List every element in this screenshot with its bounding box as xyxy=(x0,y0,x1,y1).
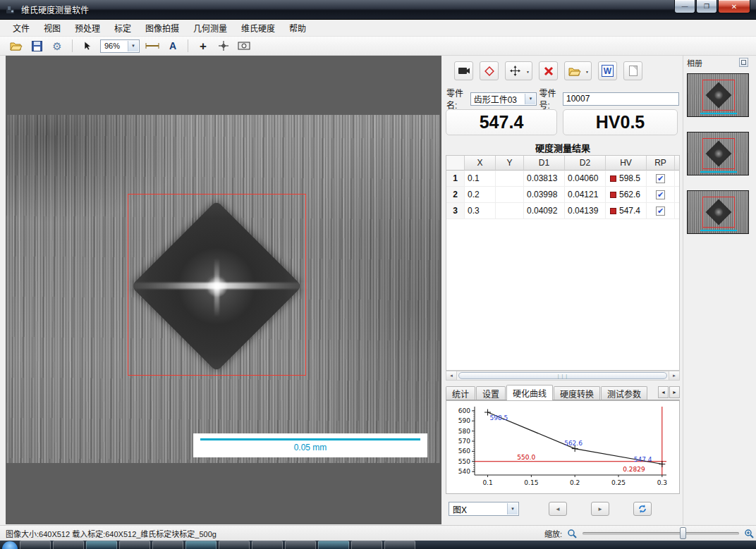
part-number-input[interactable] xyxy=(563,92,679,106)
taskbar-item[interactable] xyxy=(119,541,150,549)
table-horizontal-scrollbar[interactable] xyxy=(446,371,680,381)
add-point-tool-button[interactable]: + xyxy=(195,39,211,53)
crosshair-tool-button[interactable] xyxy=(216,39,231,53)
rp-checkbox[interactable] xyxy=(656,190,665,199)
col-x[interactable]: X xyxy=(465,156,496,171)
taskbar-item[interactable] xyxy=(318,541,349,549)
window-title: 维氏硬度测量软件 xyxy=(21,4,89,16)
text-tool-button[interactable]: A xyxy=(165,39,181,53)
scroll-left-arrow[interactable] xyxy=(446,371,457,380)
tab-scroll-right[interactable] xyxy=(669,386,680,398)
row-index: 1 xyxy=(446,171,465,186)
cell-d1: 0.03998 xyxy=(524,187,565,202)
chevron-down-icon[interactable] xyxy=(128,41,138,51)
next-button[interactable] xyxy=(591,502,609,516)
scroll-right-arrow[interactable] xyxy=(669,371,679,380)
save-button[interactable] xyxy=(29,39,44,53)
tab-hardening-curve[interactable]: 硬化曲线 xyxy=(506,385,553,400)
crosshair-icon xyxy=(218,40,229,51)
zoom-slider[interactable] xyxy=(583,532,739,535)
row-index: 2 xyxy=(446,187,465,202)
tab-scroll-left[interactable] xyxy=(658,386,669,398)
maximize-button[interactable]: ❐ xyxy=(696,0,717,13)
taskbar-item[interactable] xyxy=(86,541,117,549)
measure-line-tool-button[interactable] xyxy=(145,39,160,53)
magnifier-plus-icon[interactable] xyxy=(744,529,755,539)
tab-statistics[interactable]: 统计 xyxy=(446,386,475,400)
image-viewer[interactable]: 0.05 mm xyxy=(6,56,441,524)
zoom-select[interactable]: 96% xyxy=(100,39,140,53)
menu-item-image-capture[interactable]: 图像拍摄 xyxy=(138,20,186,36)
tab-test-parameters[interactable]: 测试参数 xyxy=(601,386,647,400)
close-button[interactable]: ✕ xyxy=(718,0,750,13)
album-pin-button[interactable] xyxy=(739,58,748,67)
open-file-button[interactable] xyxy=(8,39,24,53)
col-rp[interactable]: RP xyxy=(647,156,675,171)
measure-indentation-button[interactable] xyxy=(480,61,499,80)
menu-item-geometry-measure[interactable]: 几何测量 xyxy=(186,20,234,36)
menu-item-preprocess[interactable]: 预处理 xyxy=(68,20,107,36)
album-thumbnail[interactable] xyxy=(687,73,749,117)
cell-d1: 0.03813 xyxy=(524,171,565,186)
refresh-button[interactable] xyxy=(633,502,652,516)
magnifier-icon[interactable] xyxy=(567,529,578,539)
rp-checkbox[interactable] xyxy=(656,206,665,216)
chevron-down-icon[interactable] xyxy=(525,94,535,104)
part-name-select[interactable]: 齿形工件03 xyxy=(470,92,537,106)
taskbar-item[interactable] xyxy=(152,541,183,549)
cell-filler xyxy=(675,171,679,186)
menu-item-vickers-hardness[interactable]: 维氏硬度 xyxy=(234,20,282,36)
measurement-selection-rect[interactable] xyxy=(128,194,306,376)
taskbar-item[interactable] xyxy=(219,541,250,549)
tab-settings[interactable]: 设置 xyxy=(476,386,506,400)
tab-hardness-conversion[interactable]: 硬度转换 xyxy=(554,386,600,400)
export-word-button[interactable]: W xyxy=(598,61,617,80)
rp-checkbox[interactable] xyxy=(656,174,665,183)
taskbar-item[interactable] xyxy=(185,541,217,549)
settings-button[interactable]: ⚙ xyxy=(49,39,65,53)
previous-button[interactable] xyxy=(549,502,567,516)
menu-item-help[interactable]: 帮助 xyxy=(282,20,313,36)
select-tool-button[interactable] xyxy=(80,39,95,53)
table-row[interactable]: 1 0.1 0.03813 0.04060 598.5 xyxy=(446,171,679,187)
scrollbar-thumb[interactable] xyxy=(458,372,667,379)
taskbar-item[interactable] xyxy=(53,541,84,549)
zoom-slider-handle[interactable] xyxy=(680,527,686,539)
taskbar-item[interactable] xyxy=(384,541,415,549)
taskbar-item[interactable] xyxy=(20,541,51,549)
table-row[interactable]: 2 0.2 0.03998 0.04121 562.6 xyxy=(446,187,679,203)
chart-type-select[interactable]: 图X xyxy=(449,502,519,516)
hardness-value-readout: 547.4 xyxy=(446,109,557,135)
col-d1[interactable]: D1 xyxy=(524,156,565,171)
camera-capture-button[interactable] xyxy=(454,61,473,80)
taskbar-item[interactable] xyxy=(285,541,316,549)
minimize-button[interactable]: — xyxy=(674,0,695,13)
menu-item-calibration[interactable]: 标定 xyxy=(107,20,138,36)
col-index[interactable] xyxy=(446,156,465,171)
col-d2[interactable]: D2 xyxy=(565,156,606,171)
table-row[interactable]: 3 0.3 0.04092 0.04139 547.4 xyxy=(446,203,679,219)
capture-frame-tool-button[interactable] xyxy=(236,39,252,53)
col-y[interactable]: Y xyxy=(496,156,524,171)
micrograph-image[interactable]: 0.05 mm xyxy=(6,115,439,463)
svg-text:560: 560 xyxy=(458,448,470,455)
chevron-down-icon[interactable] xyxy=(507,503,518,514)
taskbar-item[interactable] xyxy=(252,541,283,549)
move-tool-button[interactable] xyxy=(505,61,532,80)
album-thumbnail[interactable] xyxy=(687,132,749,175)
delete-measurement-button[interactable] xyxy=(539,61,558,80)
menu-bar: 文件 视图 预处理 标定 图像拍摄 几何测量 维氏硬度 帮助 xyxy=(0,20,756,37)
new-report-button[interactable] xyxy=(623,61,642,80)
cursor-arrow-icon xyxy=(83,41,92,51)
start-button[interactable] xyxy=(2,541,18,549)
album-thumbnail[interactable] xyxy=(687,190,749,234)
svg-text:570: 570 xyxy=(458,438,470,445)
zoom-label: 缩放: xyxy=(544,528,562,539)
taskbar-item[interactable] xyxy=(351,541,382,549)
col-hv[interactable]: HV xyxy=(606,156,647,171)
svg-text:0.1: 0.1 xyxy=(482,479,492,486)
thumbnail-selection-rect xyxy=(702,138,735,169)
menu-item-view[interactable]: 视图 xyxy=(37,20,68,36)
menu-item-file[interactable]: 文件 xyxy=(6,20,37,36)
load-results-button[interactable] xyxy=(564,61,592,80)
